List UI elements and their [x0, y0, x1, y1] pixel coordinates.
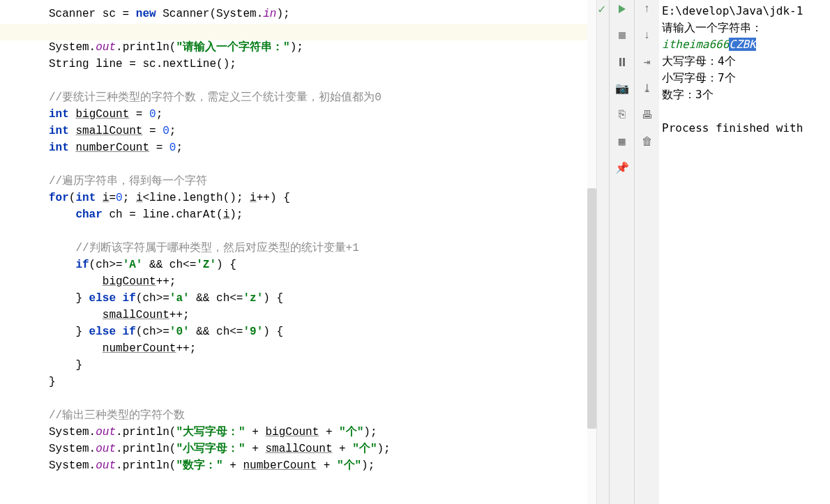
console-user-input: itheima666CZBK — [662, 36, 827, 53]
camera-icon[interactable]: 📷 — [616, 82, 628, 95]
print-icon[interactable]: 🖶 — [641, 109, 654, 121]
run-icon[interactable] — [616, 3, 628, 15]
run-toolbar-left: 📷 ⎘ ▦ 📌 — [609, 0, 634, 504]
down-icon[interactable] — [641, 29, 654, 42]
up-icon[interactable] — [641, 3, 654, 15]
console-finished: Process finished with — [662, 120, 827, 137]
console-output-lowercase: 小写字母：7个 — [662, 70, 827, 86]
console-empty — [662, 103, 827, 120]
console-output-digits: 数字：3个 — [662, 86, 827, 103]
inspection-ok-icon[interactable]: ✓ — [598, 1, 605, 17]
run-toolbar-right: ⇥ ⤓ 🖶 🗑 — [634, 0, 659, 504]
scroll-icon[interactable]: ⤓ — [641, 82, 654, 95]
console-prompt-line: 请输入一个字符串： — [662, 20, 827, 36]
code-text[interactable]: Scanner sc = new Scanner(System.in); Sys… — [49, 6, 609, 474]
console-jdk-path: E:\develop\Java\jdk-1 — [662, 3, 827, 20]
wrap-icon[interactable]: ⇥ — [641, 56, 654, 68]
layout-icon[interactable]: ▦ — [616, 135, 628, 148]
pause-icon[interactable] — [616, 56, 628, 68]
trash-icon[interactable]: 🗑 — [641, 135, 654, 148]
pin-icon[interactable]: 📌 — [616, 162, 628, 174]
console-output-uppercase: 大写字母：4个 — [662, 53, 827, 70]
run-console[interactable]: E:\develop\Java\jdk-1 请输入一个字符串： itheima6… — [659, 0, 830, 504]
code-editor[interactable]: ✓ Scanner sc = new Scanner(System.in); S… — [0, 0, 609, 504]
stop-icon[interactable] — [616, 29, 628, 42]
exit-icon[interactable]: ⎘ — [616, 109, 628, 121]
